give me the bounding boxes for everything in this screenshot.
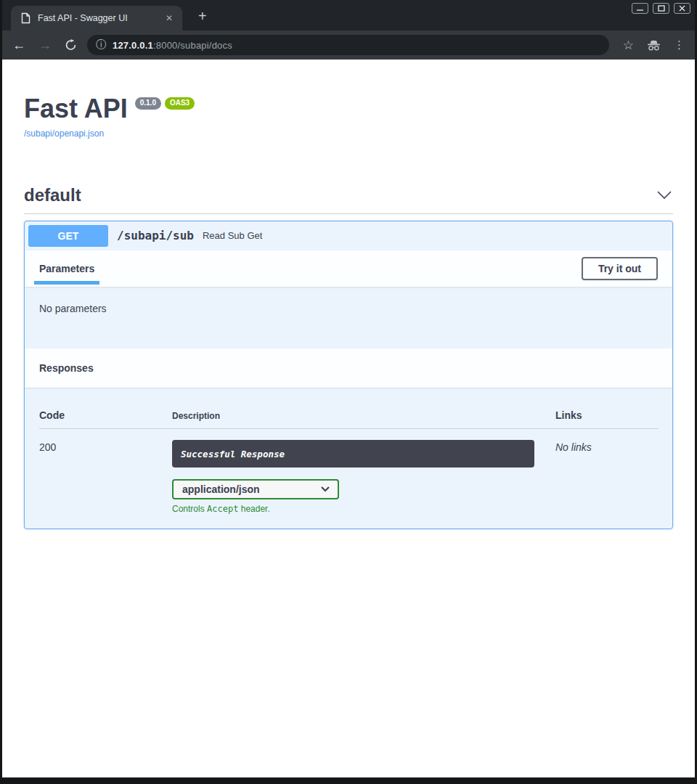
minimize-icon	[636, 5, 644, 12]
address-bar[interactable]: ⓘ 127.0.0.1:8000/subapi/docs	[87, 35, 609, 55]
select-arrow-icon	[321, 486, 330, 492]
responses-table-header: Code Description Links	[39, 399, 658, 429]
response-code: 200	[39, 440, 172, 514]
column-header-links: Links	[555, 409, 658, 421]
close-icon	[679, 5, 685, 12]
window-controls	[632, 3, 690, 14]
openapi-spec-link[interactable]: /subapi/openapi.json	[24, 128, 104, 139]
responses-body: Code Description Links 200 Successful Re…	[25, 388, 672, 528]
api-title-text: Fast API	[24, 95, 128, 123]
url-text: 127.0.0.1:8000/subapi/docs	[113, 40, 232, 51]
response-description-box: Successful Response	[172, 440, 534, 467]
parameters-section-header: Parameters Try it out	[25, 250, 672, 287]
close-button[interactable]	[674, 3, 690, 14]
responses-title: Responses	[39, 362, 94, 374]
back-button[interactable]: ←	[12, 38, 25, 52]
site-info-icon[interactable]: ⓘ	[96, 38, 106, 52]
operation-path: /subapi/sub	[117, 229, 194, 242]
reload-icon	[65, 39, 77, 52]
media-type-value: application/json	[182, 483, 260, 495]
tab-title: Fast API - Swagger UI	[38, 13, 163, 23]
hint-prefix: Controls	[172, 504, 207, 514]
tag-section-header[interactable]: default	[24, 179, 673, 214]
url-path: :8000/subapi/docs	[153, 40, 232, 51]
new-tab-button[interactable]: +	[194, 7, 211, 26]
response-row: 200 Successful Response application/json	[39, 429, 658, 514]
http-method-badge: GET	[28, 225, 108, 247]
maximize-button[interactable]	[653, 3, 669, 14]
response-description-text: Successful Response	[181, 449, 285, 460]
accept-header-hint: Controls Accept header.	[172, 504, 555, 514]
column-header-code: Code	[39, 409, 172, 421]
no-parameters-text: No parameters	[39, 303, 107, 314]
column-header-description: Description	[172, 411, 555, 421]
incognito-icon	[647, 40, 661, 51]
parameters-body: No parameters	[25, 287, 672, 348]
try-it-out-button[interactable]: Try it out	[582, 257, 658, 280]
page-icon	[21, 12, 30, 24]
browser-tab[interactable]: Fast API - Swagger UI ✕	[11, 6, 182, 30]
operation-block: GET /subapi/sub Read Sub Get Parameters …	[24, 221, 673, 529]
response-links: No links	[555, 440, 658, 514]
hint-suffix: header.	[238, 504, 269, 514]
reload-button[interactable]	[65, 39, 77, 52]
operation-summary-text: Read Sub Get	[203, 230, 262, 241]
swagger-page: Fast API0.1.0OAS3 /subapi/openapi.json d…	[2, 60, 695, 777]
accept-code: Accept	[207, 504, 238, 514]
tab-parameters[interactable]: Parameters	[39, 263, 94, 274]
titlebar: Fast API - Swagger UI ✕ +	[2, 0, 695, 30]
tab-close-icon[interactable]: ✕	[163, 12, 175, 25]
operation-summary[interactable]: GET /subapi/sub Read Sub Get	[25, 221, 672, 250]
oas3-badge: OAS3	[165, 97, 195, 110]
bookmark-star-icon[interactable]: ☆	[623, 38, 634, 53]
url-host: 127.0.0.1	[113, 40, 153, 51]
browser-toolbar: ← → ⓘ 127.0.0.1:8000/subapi/docs ☆ ⋮	[2, 30, 695, 60]
version-badge: 0.1.0	[135, 97, 161, 110]
forward-button: →	[38, 38, 52, 52]
responses-section-header: Responses	[25, 348, 672, 388]
api-info: Fast API0.1.0OAS3 /subapi/openapi.json	[24, 95, 673, 139]
menu-icon[interactable]: ⋮	[674, 38, 685, 52]
media-type-select[interactable]: application/json	[172, 479, 339, 499]
minimize-button[interactable]	[632, 3, 648, 14]
tag-name: default	[24, 185, 81, 205]
browser-window: Fast API - Swagger UI ✕ + ← → ⓘ 127.0.0.…	[0, 0, 697, 784]
maximize-icon	[658, 5, 665, 12]
page-title: Fast API0.1.0OAS3	[24, 95, 673, 123]
chevron-down-icon[interactable]	[657, 191, 672, 199]
